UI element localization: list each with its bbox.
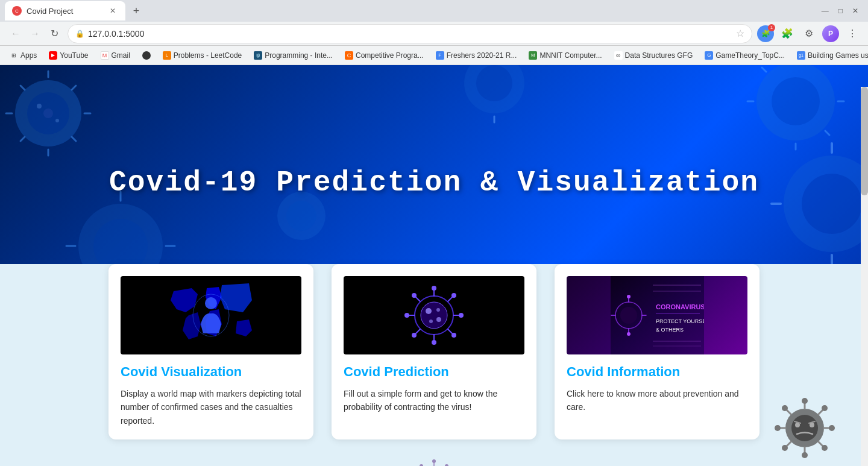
svg-point-11 bbox=[37, 104, 42, 109]
bookmark-programming[interactable]: iβ Programming - Inte... bbox=[249, 48, 338, 63]
card-information-image: CORONAVIRUS PROTECT YOURSELF & OTHERS bbox=[567, 276, 747, 354]
bookmark-leetcode[interactable]: L Problems - LeetCode bbox=[158, 48, 247, 63]
reload-button[interactable]: ↻ bbox=[46, 25, 63, 42]
svg-point-51 bbox=[404, 313, 409, 318]
bookmark-apps-label: Apps bbox=[20, 51, 37, 60]
user-avatar[interactable]: P bbox=[822, 25, 839, 42]
card-information-title: Covid Information bbox=[567, 364, 747, 380]
bookmark-star-icon[interactable]: ☆ bbox=[736, 28, 744, 39]
svg-line-7 bbox=[72, 137, 76, 141]
toolbar-right: 🧩 1 🧩 ⚙ P ⋮ bbox=[757, 25, 861, 42]
bookmark-programming-label: Programming - Inte... bbox=[265, 51, 333, 60]
svg-point-61 bbox=[451, 333, 456, 338]
bookmark-gmail[interactable]: M Gmail bbox=[96, 48, 135, 63]
settings-icon[interactable]: ⚙ bbox=[800, 25, 817, 42]
svg-point-59 bbox=[412, 333, 417, 338]
new-tab-button[interactable]: + bbox=[128, 2, 145, 19]
card-visualization-desc: Display a world map with markers depicti… bbox=[121, 387, 301, 427]
tab-close-button[interactable]: ✕ bbox=[107, 5, 118, 16]
svg-text:PROTECT YOURSELF: PROTECT YOURSELF bbox=[656, 318, 704, 324]
maximize-button[interactable]: □ bbox=[838, 7, 843, 15]
svg-point-84 bbox=[791, 415, 818, 441]
url-text: 127.0.0.1:5000 bbox=[88, 29, 732, 39]
bookmark-competitive-label: Competitive Progra... bbox=[356, 51, 424, 60]
svg-point-53 bbox=[459, 313, 464, 318]
svg-point-47 bbox=[432, 286, 436, 291]
leetcode-favicon: L bbox=[163, 51, 171, 60]
close-button[interactable]: ✕ bbox=[852, 7, 858, 15]
bookmark-freshers-label: Freshers 2020-21 R... bbox=[447, 51, 517, 60]
svg-point-70 bbox=[627, 295, 631, 298]
card-prediction[interactable]: Covid Prediction Fill out a simple form … bbox=[332, 264, 536, 439]
card-visualization[interactable]: Covid Visualization Display a world map … bbox=[108, 264, 313, 439]
bookmark-competitive[interactable]: C Competitive Progra... bbox=[340, 48, 429, 63]
bookmark-building-label: Building Games usi... bbox=[808, 51, 868, 60]
svg-point-96 bbox=[822, 445, 828, 451]
gmail-favicon: M bbox=[101, 51, 109, 60]
bookmarks-bar: ⊞ Apps ▶ YouTube M Gmail L Problems - Le… bbox=[0, 46, 868, 65]
tab-favicon: C bbox=[12, 6, 22, 16]
minimize-button[interactable]: — bbox=[822, 7, 829, 15]
card-information-desc: Click here to know more about prevention… bbox=[567, 387, 747, 414]
svg-point-38 bbox=[286, 201, 316, 231]
dark-favicon bbox=[142, 51, 151, 60]
svg-point-14 bbox=[772, 77, 820, 125]
svg-point-64 bbox=[429, 320, 433, 323]
svg-line-20 bbox=[825, 131, 829, 135]
bookmark-youtube-label: YouTube bbox=[60, 51, 88, 60]
svg-point-98 bbox=[822, 405, 828, 411]
card-prediction-desc: Fill out a simple form and get to know t… bbox=[344, 387, 524, 414]
svg-line-19 bbox=[762, 68, 766, 72]
back-button[interactable]: ← bbox=[7, 25, 24, 42]
svg-point-28 bbox=[476, 65, 512, 101]
svg-point-49 bbox=[432, 340, 436, 345]
address-bar: ← → ↻ 🔒 127.0.0.1:5000 ☆ 🧩 1 🧩 ⚙ P ⋮ bbox=[0, 22, 868, 46]
bookmark-mnnit[interactable]: M MNNIT Computer... bbox=[524, 48, 606, 63]
bookmark-dark[interactable] bbox=[137, 48, 156, 63]
card-prediction-image bbox=[344, 276, 524, 354]
bookmark-gametheory[interactable]: G GameTheory_TopC... bbox=[700, 48, 790, 63]
extensions-button[interactable]: 🧩 bbox=[779, 25, 796, 42]
extensions-icon[interactable]: 🧩 1 bbox=[757, 25, 774, 42]
svg-point-63 bbox=[436, 317, 441, 322]
bookmark-gmail-label: Gmail bbox=[112, 51, 130, 60]
svg-line-8 bbox=[72, 86, 76, 90]
svg-text:CORONAVIRUS: CORONAVIRUS bbox=[656, 303, 704, 310]
svg-point-94 bbox=[782, 405, 788, 411]
nav-buttons: ← → ↻ bbox=[7, 25, 63, 42]
card-prediction-title: Covid Prediction bbox=[344, 364, 524, 380]
bookmark-leetcode-label: Problems - LeetCode bbox=[174, 51, 242, 60]
browser-chrome: C Covid Project ✕ + — □ ✕ ← → ↻ 🔒 127.0.… bbox=[0, 0, 868, 65]
card-visualization-image bbox=[121, 276, 301, 354]
svg-point-65 bbox=[436, 308, 440, 312]
bookmark-freshers[interactable]: F Freshers 2020-21 R... bbox=[431, 48, 522, 63]
bookmark-ds[interactable]: ∞ Data Structures GFG bbox=[609, 48, 698, 63]
svg-point-90 bbox=[775, 425, 781, 431]
svg-point-62 bbox=[426, 308, 432, 314]
svg-point-68 bbox=[620, 307, 637, 324]
svg-point-72 bbox=[627, 332, 631, 336]
url-bar[interactable]: 🔒 127.0.0.1:5000 ☆ bbox=[68, 24, 752, 43]
svg-point-22 bbox=[802, 174, 862, 234]
bookmark-youtube[interactable]: ▶ YouTube bbox=[44, 48, 93, 63]
card-information[interactable]: CORONAVIRUS PROTECT YOURSELF & OTHERS Co… bbox=[555, 264, 760, 439]
bookmark-building[interactable]: g1 Building Games usi... bbox=[792, 48, 868, 63]
freshers-favicon: F bbox=[436, 51, 444, 60]
hero-title: Covid-19 Prediction & Visualization bbox=[109, 166, 759, 199]
bookmark-gametheory-label: GameTheory_TopC... bbox=[715, 51, 785, 60]
svg-point-10 bbox=[43, 109, 53, 118]
scrollbar-thumb[interactable] bbox=[861, 87, 868, 195]
window-controls: — □ ✕ bbox=[822, 7, 863, 15]
programming-favicon: iβ bbox=[254, 51, 262, 60]
svg-point-55 bbox=[412, 293, 417, 298]
svg-line-6 bbox=[20, 86, 25, 90]
svg-point-57 bbox=[451, 293, 456, 298]
more-options-icon[interactable]: ⋮ bbox=[844, 25, 861, 42]
extension-badge: 1 bbox=[768, 24, 775, 31]
forward-button[interactable]: → bbox=[27, 25, 43, 42]
bookmark-apps[interactable]: ⊞ Apps bbox=[5, 48, 42, 63]
mnnit-favicon: M bbox=[529, 51, 537, 60]
apps-favicon: ⊞ bbox=[10, 51, 18, 60]
browser-tab[interactable]: C Covid Project ✕ bbox=[5, 1, 125, 20]
svg-point-41 bbox=[205, 297, 217, 309]
